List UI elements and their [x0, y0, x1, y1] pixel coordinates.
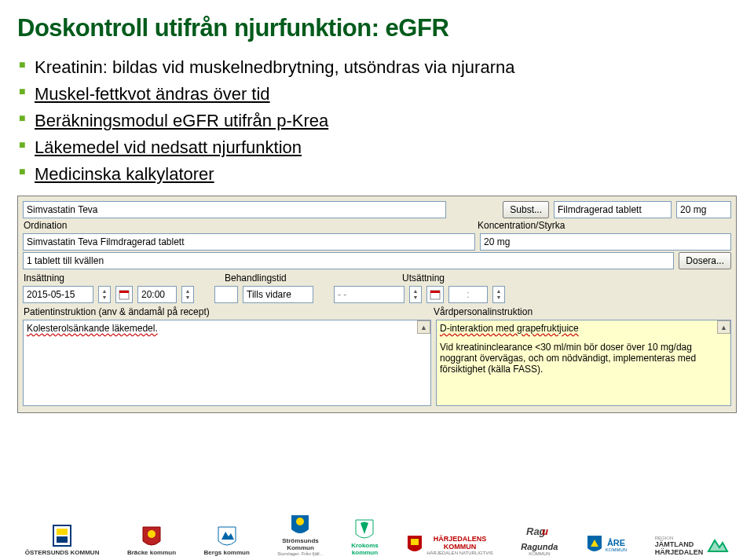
- svg-rect-5: [57, 529, 68, 535]
- logo-harjedalens: HÄRJEDALENS KOMMUN HÄRJEDALEN NATURLIGTV…: [406, 534, 493, 556]
- prescription-form: Simvastatin Teva Subst... Filmdragerad t…: [17, 196, 737, 413]
- scroll-up-icon[interactable]: ▲: [717, 320, 730, 334]
- ordination-label: Ordination: [23, 220, 472, 231]
- logo-ragunda: Ragu Ragunda KOMMUN: [521, 523, 558, 556]
- dose-text-field[interactable]: 1 tablett till kvällen: [23, 252, 674, 269]
- logo-ostersund: ÖSTERSUNDS KOMMUN: [25, 524, 100, 556]
- vardpersonal-textarea[interactable]: D-interaktion med grapefruktjuice Vid kr…: [436, 320, 731, 406]
- koncentration-field[interactable]: 20 mg: [480, 233, 731, 251]
- patientinstruktion-textarea[interactable]: Kolesterolsänkande läkemedel. ▲: [23, 320, 431, 406]
- behandlingstid-unit-field[interactable]: Tills vidare: [243, 286, 313, 303]
- utsattning-time-field[interactable]: :: [448, 286, 488, 303]
- vard-line1: D-interaktion med grapefruktjuice: [440, 323, 727, 334]
- utsattning-label: Utsättning: [401, 273, 731, 284]
- svg-rect-6: [57, 536, 68, 543]
- logo-stromsunds: Strömsunds Kommun Storslaget. Från fjäll…: [277, 512, 323, 556]
- bullet-link-muskel[interactable]: Muskel-fettkvot ändras över tid: [19, 82, 737, 107]
- pat-text: Kolesterolsänkande läkemedel.: [27, 323, 158, 334]
- svg-text:u: u: [542, 525, 548, 537]
- svg-point-7: [148, 530, 156, 538]
- utsattning-time-spinner[interactable]: ▲▼: [492, 286, 505, 303]
- vardpersonal-label: Vårdpersonalinstruktion: [433, 306, 731, 317]
- utsattning-date-field[interactable]: - -: [334, 286, 404, 303]
- bullet-link-kalkylatorer[interactable]: Medicinska kalkylatorer: [19, 162, 737, 187]
- insattning-date-field[interactable]: 2015-05-15: [23, 286, 93, 303]
- patientinstruktion-label: Patientinstruktion (anv & ändamål på rec…: [23, 306, 428, 317]
- koncentration-label: Koncentration/Styrka: [477, 220, 731, 231]
- vard-line2: Vid kreatininclearance <30 ml/min bör do…: [440, 342, 727, 375]
- bullet-item: Kreatinin: bildas vid muskelnedbrytning,…: [19, 55, 737, 80]
- logo-region-jh: REGION JÄMTLAND HÄRJEDALEN: [655, 536, 730, 556]
- form-type-field[interactable]: Filmdragerad tablett: [554, 201, 672, 218]
- insattning-time-field[interactable]: 20:00: [137, 286, 177, 303]
- logo-bracke: Bräcke kommun: [127, 524, 176, 556]
- calendar-icon[interactable]: [115, 286, 133, 303]
- medicine-name-field[interactable]: Simvastatin Teva: [23, 201, 446, 218]
- bullet-link-lakemedel[interactable]: Läkemedel vid nedsatt njurfunktion: [19, 135, 737, 160]
- insattning-label: Insättning: [23, 273, 219, 284]
- svg-rect-1: [119, 291, 129, 293]
- calendar-icon[interactable]: [426, 286, 444, 303]
- utsattning-date-spinner[interactable]: ▲▼: [409, 286, 422, 303]
- svg-rect-4: [53, 525, 71, 546]
- behandlingstid-value-field[interactable]: [214, 286, 238, 303]
- scroll-up-icon[interactable]: ▲: [417, 320, 430, 334]
- date-spinner[interactable]: ▲▼: [98, 286, 111, 303]
- bullet-list: Kreatinin: bildas vid muskelnedbrytning,…: [17, 55, 737, 186]
- logo-are: ÅRE KOMMUN: [586, 534, 627, 556]
- time-spinner[interactable]: ▲▼: [181, 286, 194, 303]
- svg-point-8: [296, 518, 304, 525]
- page-title: Doskontroll utifrån njurfunktion: eGFR: [17, 14, 737, 42]
- logo-bergs: Bergs kommun: [204, 524, 250, 556]
- dosera-button[interactable]: Dosera...: [679, 252, 731, 269]
- subst-button[interactable]: Subst...: [503, 201, 549, 218]
- ordination-field[interactable]: Simvastatin Teva Filmdragerad tablett: [23, 233, 475, 251]
- logo-krokoms: Krokoms kommun: [351, 517, 379, 556]
- behandlingstid-label: Behandlingstid: [224, 273, 397, 284]
- svg-rect-3: [430, 291, 440, 293]
- footer-logos: ÖSTERSUNDS KOMMUN Bräcke kommun Bergs ko…: [0, 512, 754, 556]
- bullet-link-egfr[interactable]: Beräkningsmodul eGFR utifrån p-Krea: [19, 108, 737, 134]
- svg-rect-9: [411, 539, 419, 545]
- strength-field[interactable]: 20 mg: [676, 201, 731, 218]
